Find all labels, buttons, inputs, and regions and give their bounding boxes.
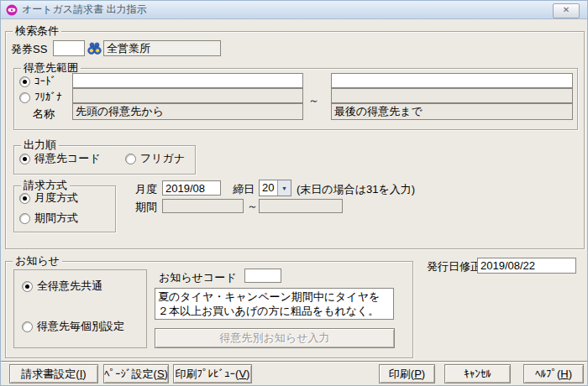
period-from-input[interactable]	[162, 199, 244, 213]
per-customer-notice-button-label: 得意先別お知らせ入力	[220, 331, 330, 346]
radio-range-code[interactable]: ｺｰﾄﾞ	[19, 76, 56, 87]
range-to-name-field: 最後の得意先まで	[331, 103, 573, 120]
range-from-kana-input[interactable]	[72, 88, 303, 103]
radio-dot	[19, 76, 30, 87]
radio-range-kana[interactable]: ﾌﾘｶﾞﾅ	[19, 91, 62, 103]
range-from-name-field: 先頭の得意先から	[72, 103, 303, 120]
closing-day-note: (末日の場合は31を入力)	[297, 183, 415, 196]
button-mnemonic: S	[157, 368, 165, 380]
footer-separator	[1, 361, 587, 363]
group-search-conditions-label: 検索条件	[13, 24, 61, 38]
range-from-code-input[interactable]	[72, 73, 303, 88]
dialog-window: オートガス請求書 出力指示 ✕ 検索条件 発券SS 全営業所 得意先範囲 ｺｰﾄ…	[0, 0, 588, 386]
radio-all-customers-label: 全得意先共通	[37, 280, 102, 292]
radio-dot	[125, 154, 136, 164]
button-label: 請求書設定(	[21, 367, 79, 382]
cancel-button[interactable]: ｷｬﾝｾﾙ	[444, 364, 511, 383]
radio-dot	[19, 213, 30, 224]
issue-date-label: 発行日修正	[427, 260, 481, 274]
button-label: 印刷(	[389, 367, 414, 382]
radio-per-customer[interactable]: 得意先毎個別設定	[22, 321, 124, 332]
closing-day-value: 20	[260, 180, 277, 196]
range-tilde: ～	[308, 94, 319, 107]
button-label: )	[165, 368, 168, 380]
button-label: )	[422, 368, 425, 380]
group-output-order-label: 出力順	[21, 138, 59, 152]
radio-dot	[19, 92, 30, 103]
binoculars-icon	[87, 41, 102, 55]
app-icon	[6, 4, 18, 16]
radio-range-code-label: ｺｰﾄﾞ	[34, 76, 56, 87]
radio-order-code-label: 得意先コード	[34, 153, 101, 164]
radio-monthly[interactable]: 月度方式	[19, 192, 78, 204]
radio-dot	[19, 154, 30, 164]
print-button[interactable]: 印刷(P)	[379, 364, 435, 383]
closing-day-dropdown-button[interactable]: ▼	[277, 180, 291, 196]
close-button[interactable]: ✕	[553, 3, 580, 18]
period-tilde: ～	[247, 200, 258, 213]
button-mnemonic: H	[560, 368, 568, 380]
radio-order-kana-label: フリガナ	[140, 153, 185, 164]
notice-text-area[interactable]: 夏のタイヤ・キャンペーン期間中にタイヤを ２本以上お買いあげの方に粗品をもれなく…	[155, 288, 394, 320]
name-row-label: 名称	[33, 107, 55, 121]
radio-order-code[interactable]: 得意先コード	[19, 153, 101, 164]
print-preview-button[interactable]: 印刷ﾌﾟﾚﾋﾞｭｰ(V)	[173, 364, 252, 383]
notice-code-input[interactable]	[244, 269, 281, 283]
radio-range-kana-label: ﾌﾘｶﾞﾅ	[34, 91, 62, 103]
button-label: ﾍﾟｰｼﾞ設定(	[104, 367, 157, 382]
radio-monthly-label: 月度方式	[34, 192, 78, 204]
radio-period[interactable]: 期間方式	[19, 212, 78, 224]
range-to-kana-input[interactable]	[331, 88, 573, 103]
button-label: 印刷ﾌﾟﾚﾋﾞｭｰ(	[176, 367, 239, 382]
group-billing-method-label: 請求方式	[21, 179, 70, 192]
button-label: ﾍﾙﾌﾟ(	[535, 368, 560, 380]
radio-dot	[22, 321, 33, 332]
window-title: オートガス請求書 出力指示	[22, 3, 146, 17]
radio-order-kana[interactable]: フリガナ	[125, 153, 185, 164]
radio-dot	[19, 193, 30, 204]
period-to-input[interactable]	[259, 199, 343, 213]
notice-code-label: お知らせコード	[159, 271, 237, 284]
range-to-code-input[interactable]	[331, 73, 573, 88]
button-label: ｷｬﾝｾﾙ	[464, 368, 491, 380]
radio-all-customers[interactable]: 全得意先共通	[22, 280, 102, 292]
titlebar: オートガス請求書 出力指示	[1, 1, 587, 19]
closing-day-combo[interactable]: 20 ▼	[259, 180, 291, 196]
invoice-settings-button[interactable]: 請求書設定(I)	[9, 364, 98, 383]
button-label: )	[246, 368, 249, 380]
group-notice-label: お知らせ	[13, 254, 62, 268]
button-mnemonic: V	[239, 368, 246, 380]
button-label: )	[82, 368, 86, 380]
button-label: )	[569, 368, 572, 380]
issuing-ss-input[interactable]	[53, 40, 85, 56]
help-button[interactable]: ﾍﾙﾌﾟ(H)	[523, 364, 584, 383]
button-mnemonic: P	[414, 368, 422, 380]
office-field: 全営業所	[103, 40, 221, 56]
closing-day-label: 締日	[233, 183, 255, 196]
radio-per-customer-label: 得意先毎個別設定	[37, 321, 124, 332]
radio-dot	[22, 281, 33, 292]
page-settings-button[interactable]: ﾍﾟｰｼﾞ設定(S)	[103, 364, 169, 383]
binoculars-button[interactable]	[86, 39, 102, 56]
period-label: 期間	[135, 201, 157, 214]
chevron-down-icon: ▼	[281, 185, 287, 191]
radio-period-label: 期間方式	[34, 212, 78, 224]
issuing-ss-label: 発券SS	[11, 43, 47, 56]
month-label: 月度	[135, 183, 157, 196]
per-customer-notice-button: 得意先別お知らせ入力	[155, 328, 395, 348]
issue-date-input[interactable]	[477, 258, 576, 274]
close-icon: ✕	[563, 5, 570, 14]
month-input[interactable]	[162, 180, 221, 196]
